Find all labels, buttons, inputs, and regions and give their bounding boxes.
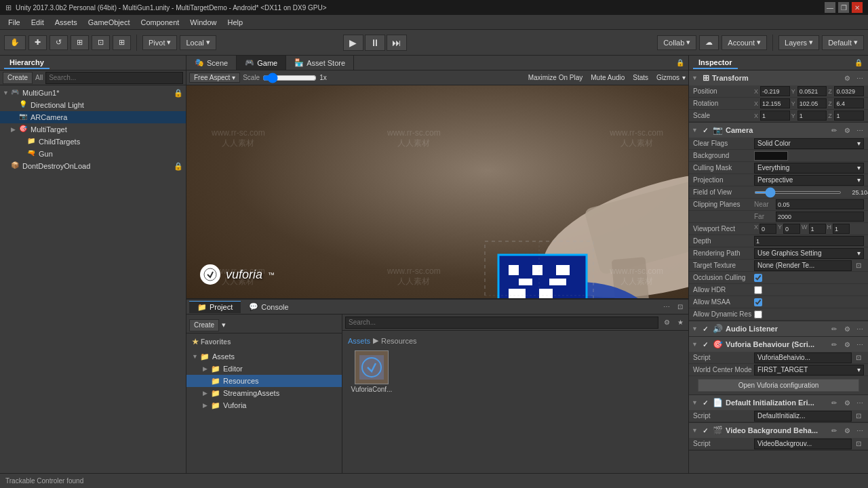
breadcrumb-resources[interactable]: Resources (381, 337, 417, 345)
culling-mask-dropdown[interactable]: Everything ▾ (754, 163, 864, 174)
menu-window[interactable]: Window (184, 17, 222, 28)
game-tab[interactable]: 🎮 Game (237, 56, 286, 70)
position-z-input[interactable] (834, 86, 864, 96)
hand-tool-button[interactable]: ✋ (4, 35, 26, 50)
viewport-w-input[interactable] (809, 224, 826, 234)
depth-input[interactable] (754, 236, 864, 246)
projection-dropdown[interactable]: Perspective ▾ (754, 175, 864, 186)
vuforia-behaviour-header[interactable]: ▼ ✓ 🎯 Vuforia Behaviour (Scri... ✏ ⚙ ⋯ (689, 337, 868, 352)
video-bg-script-value[interactable]: VideoBackgrouv... (754, 439, 852, 449)
rotation-y-input[interactable] (797, 98, 827, 108)
component-menu-button[interactable]: ⋯ (854, 323, 865, 334)
transform-header[interactable]: ▼ ⊞ Transform ⚙ ⋯ (689, 70, 868, 85)
asset-item-vuforia[interactable]: VuforiaConf... (348, 350, 395, 393)
script-picker-button[interactable]: ⊡ (853, 411, 864, 422)
hierarchy-item-childtargets[interactable]: 📁 ChildTargets (0, 136, 186, 148)
cloud-button[interactable]: ☁ (699, 35, 719, 50)
play-button[interactable]: ▶ (343, 35, 363, 51)
component-settings-button[interactable]: ⚙ (842, 425, 852, 436)
viewport-y-input[interactable] (783, 224, 800, 234)
project-create-button[interactable]: Create (189, 319, 219, 331)
menu-gameobject[interactable]: GameObject (83, 17, 136, 28)
component-edit-button[interactable]: ✏ (829, 125, 840, 136)
scale-y-input[interactable] (797, 110, 827, 121)
hierarchy-item-dontdestroy[interactable]: 📦 DontDestroyOnLoad 🔒 (0, 160, 186, 172)
menu-component[interactable]: Component (135, 17, 184, 28)
account-button[interactable]: Account ▾ (722, 35, 767, 50)
close-button[interactable]: ✕ (852, 2, 863, 13)
scale-x-input[interactable] (760, 110, 790, 121)
minimize-button[interactable]: — (825, 2, 835, 13)
rotate-tool-button[interactable]: ↺ (50, 35, 68, 50)
pause-button[interactable]: ⏸ (365, 35, 385, 51)
layers-button[interactable]: Layers ▾ (778, 35, 819, 50)
component-menu-button[interactable]: ⋯ (854, 339, 865, 350)
component-edit-button[interactable]: ✏ (829, 425, 840, 436)
clear-flags-dropdown[interactable]: Solid Color ▾ (754, 138, 864, 149)
component-settings-button[interactable]: ⚙ (842, 73, 852, 83)
world-center-mode-dropdown[interactable]: FIRST_TARGET ▾ (754, 365, 864, 375)
mute-label[interactable]: Mute Audio (591, 74, 625, 81)
breadcrumb-assets[interactable]: Assets (348, 337, 370, 345)
hierarchy-search-input[interactable] (45, 72, 183, 84)
menu-help[interactable]: Help (222, 17, 248, 28)
search-save-button[interactable]: ★ (675, 317, 686, 328)
viewport-h-input[interactable] (833, 224, 850, 234)
component-menu-button[interactable]: ⋯ (854, 73, 865, 83)
component-menu-button[interactable]: ⋯ (854, 425, 865, 436)
project-search-input[interactable] (345, 317, 658, 329)
inspector-tab[interactable]: Inspector (693, 57, 738, 69)
vuforia-script-value[interactable]: VuforiaBehaivio... (754, 352, 852, 363)
allow-msaa-checkbox[interactable] (754, 298, 762, 306)
project-tab[interactable]: 📁 Project (189, 301, 241, 313)
rotation-x-input[interactable] (760, 98, 790, 108)
target-texture-picker-button[interactable]: ⊡ (853, 260, 864, 271)
menu-assets[interactable]: Assets (50, 17, 83, 28)
menu-file[interactable]: File (3, 17, 26, 28)
rotation-z-input[interactable] (834, 98, 864, 108)
asset-store-tab[interactable]: 🏪 Asset Store (286, 56, 354, 70)
component-settings-button[interactable]: ⚙ (842, 125, 852, 136)
viewport-x-input[interactable] (760, 224, 776, 234)
component-settings-button[interactable]: ⚙ (842, 339, 852, 350)
window-controls[interactable]: — ❐ ✕ (825, 2, 863, 13)
move-tool-button[interactable]: ✚ (28, 35, 47, 50)
hierarchy-create-button[interactable]: Create (3, 72, 33, 84)
hierarchy-item-directionallight[interactable]: 💡 Directional Light (0, 99, 186, 111)
inspector-lock-button[interactable]: 🔒 (853, 58, 864, 68)
collab-button[interactable]: Collab ▾ (657, 35, 696, 50)
scale-z-input[interactable] (834, 110, 864, 121)
free-aspect-dropdown[interactable]: Free Aspect ▾ (189, 73, 240, 83)
target-texture-dropdown[interactable]: None (Render Te... (754, 260, 852, 271)
search-filter-button[interactable]: ⚙ (661, 317, 672, 328)
panel-options-button[interactable]: ⋯ (661, 302, 672, 312)
occlusion-culling-checkbox[interactable] (754, 274, 762, 282)
rect-tool-button[interactable]: ⊡ (92, 35, 110, 50)
default-button[interactable]: Default ▾ (822, 35, 864, 50)
console-tab[interactable]: 💬 Console (241, 301, 296, 313)
component-edit-button[interactable]: ✏ (829, 339, 840, 350)
video-background-header[interactable]: ▼ ✓ 🎬 Video Background Beha... ✏ ⚙ ⋯ (689, 423, 868, 438)
hierarchy-item-multitarget[interactable]: ▶ 🎯 MultiTarget (0, 123, 186, 136)
component-settings-button[interactable]: ⚙ (842, 397, 852, 408)
assets-streaming-item[interactable]: ▶ 📁 StreamingAssets (186, 387, 342, 399)
component-edit-button[interactable]: ✏ (829, 323, 840, 334)
assets-vuforia-item[interactable]: ▶ 📁 Vuforia (186, 399, 342, 411)
transform-tool-button[interactable]: ⊞ (113, 35, 131, 50)
audio-listener-header[interactable]: ▼ ✓ 🔊 Audio Listener ✏ ⚙ ⋯ (689, 321, 868, 336)
scene-tab[interactable]: 🎭 Scene (186, 56, 237, 70)
maximize-label[interactable]: Maximize On Play (528, 74, 583, 81)
component-settings-button[interactable]: ⚙ (842, 323, 852, 334)
pivot-button[interactable]: Pivot ▾ (142, 35, 177, 50)
near-input[interactable] (776, 199, 864, 209)
assets-root-item[interactable]: ▼ 📁 Assets (186, 350, 342, 363)
position-y-input[interactable] (797, 86, 827, 96)
fov-slider[interactable] (754, 191, 842, 194)
step-button[interactable]: ⏭ (387, 35, 407, 51)
component-menu-button[interactable]: ⋯ (854, 125, 865, 136)
scale-slider[interactable] (262, 73, 317, 83)
default-init-header[interactable]: ▼ ✓ 📄 Default Initialization Eri... ✏ ⚙ … (689, 395, 868, 410)
position-x-input[interactable] (760, 86, 790, 96)
script-picker-button[interactable]: ⊡ (853, 439, 864, 449)
script-picker-button[interactable]: ⊡ (853, 352, 864, 363)
